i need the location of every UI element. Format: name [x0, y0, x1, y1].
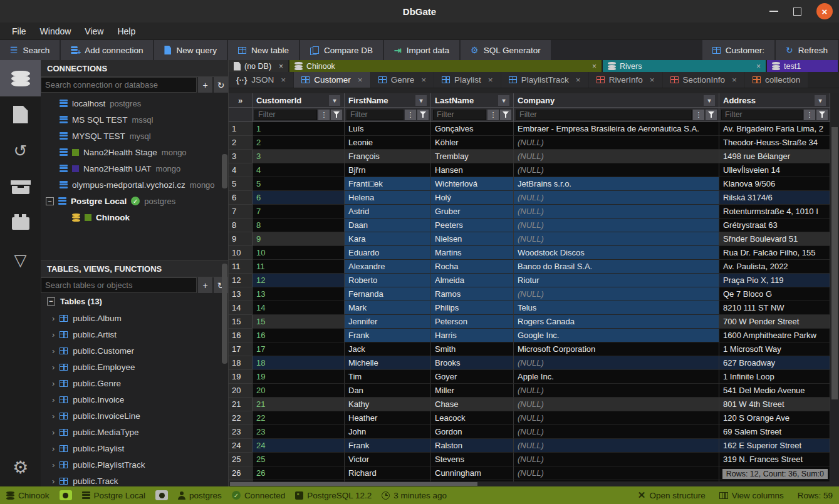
tab-SectionInfo[interactable]: SectionInfo× — [663, 72, 744, 88]
cell-id[interactable]: 11 — [253, 260, 345, 274]
cell-lastName[interactable]: Brooks — [431, 356, 514, 370]
status-conn-color-badge[interactable] — [155, 490, 168, 500]
cell-id[interactable]: 12 — [253, 274, 345, 287]
cell-company[interactable]: (NULL) — [514, 425, 719, 439]
cell-address[interactable]: 541 Del Medio Avenue — [719, 384, 830, 398]
cell-id[interactable]: 20 — [253, 384, 345, 398]
sql-generator-button[interactable]: ⚙ SQL Generator — [461, 40, 551, 60]
chevron-right-icon[interactable]: › — [52, 330, 55, 339]
cell-id[interactable]: 5 — [253, 177, 345, 191]
cell-lastName[interactable]: Cunningham — [431, 466, 514, 480]
row-number[interactable]: 22 — [229, 411, 253, 425]
tab-Genre[interactable]: Genre× — [371, 72, 434, 88]
cell-lastName[interactable]: Ramos — [431, 287, 514, 301]
cell-lastName[interactable]: Martins — [431, 246, 514, 260]
column-header-firstName[interactable]: FirstName▾ — [345, 93, 431, 108]
maximize-icon[interactable] — [793, 8, 801, 16]
row-number[interactable]: 10 — [229, 246, 253, 260]
filter-input[interactable] — [433, 110, 486, 120]
menu-help[interactable]: Help — [110, 26, 142, 36]
cell-id[interactable]: 16 — [253, 329, 345, 342]
menu-window[interactable]: Window — [33, 26, 78, 36]
filter-input[interactable] — [721, 110, 803, 120]
cell-lastName[interactable]: Köhler — [431, 136, 514, 150]
cell-firstName[interactable]: Bjřrn — [345, 163, 431, 177]
cell-firstName[interactable]: Mark — [345, 301, 431, 315]
current-table-button[interactable]: Customer: — [702, 40, 774, 60]
row-number[interactable]: 16 — [229, 329, 253, 342]
chevron-right-icon[interactable]: › — [52, 444, 55, 453]
cell-address[interactable]: 120 S Orange Ave — [719, 411, 830, 425]
cell-company[interactable]: (NULL) — [514, 191, 719, 205]
cell-id[interactable]: 2 — [253, 136, 345, 150]
tab-Playlist[interactable]: Playlist× — [434, 72, 501, 88]
sidebar-item-files[interactable] — [0, 96, 41, 133]
cell-id[interactable]: 9 — [253, 232, 345, 246]
cell-id[interactable]: 22 — [253, 411, 345, 425]
chevron-down-icon[interactable]: ▾ — [498, 95, 509, 106]
cell-company[interactable]: Apple Inc. — [514, 370, 719, 384]
cell-firstName[interactable]: Roberto — [345, 274, 431, 287]
row-number[interactable]: 18 — [229, 356, 253, 370]
cell-company[interactable]: (NULL) — [514, 411, 719, 425]
cell-company[interactable]: (NULL) — [514, 466, 719, 480]
cell-lastName[interactable]: Almeida — [431, 274, 514, 287]
tab-group-Rivers[interactable]: Rivers× — [603, 60, 766, 72]
collapse-icon[interactable]: − — [47, 297, 55, 306]
row-number[interactable]: 21 — [229, 398, 253, 411]
tab-RiverInfo[interactable]: RiverInfo× — [589, 72, 662, 88]
connection-item[interactable]: olympus-medportal.vychozi.czmongo — [41, 177, 228, 193]
cell-firstName[interactable]: Victor — [345, 453, 431, 466]
cell-address[interactable]: 8210 111 ST NW — [719, 301, 830, 315]
cell-lastName[interactable]: Stevens — [431, 453, 514, 466]
cell-id[interactable]: 7 — [253, 205, 345, 219]
cell-lastName[interactable]: Philips — [431, 301, 514, 315]
chevron-down-icon[interactable]: ▾ — [815, 95, 826, 106]
cell-address[interactable]: 69 Salem Street — [719, 425, 830, 439]
tab-PlaylistTrack[interactable]: PlaylistTrack× — [501, 72, 588, 88]
row-number[interactable]: 15 — [229, 315, 253, 329]
cell-id[interactable]: 23 — [253, 425, 345, 439]
cell-address[interactable]: 319 N. Frances Street — [719, 453, 830, 466]
cell-address[interactable]: Av. Brigadeiro Faria Lima, 2 — [719, 122, 830, 136]
open-structure-button[interactable]: ✕ Open structure — [638, 490, 706, 501]
filter-input[interactable] — [254, 110, 317, 120]
cell-id[interactable]: 21 — [253, 398, 345, 411]
cell-company[interactable]: Embraer - Empresa Brasileira de Aeronáut… — [514, 122, 719, 136]
new-table-button[interactable]: New table — [228, 40, 299, 60]
cell-address[interactable]: Rilská 3174/6 — [719, 191, 830, 205]
connection-item[interactable]: MS SQL TESTmssql — [41, 111, 228, 128]
cell-lastName[interactable]: Holý — [431, 191, 514, 205]
close-icon[interactable]: × — [281, 75, 286, 85]
cell-id[interactable]: 25 — [253, 453, 345, 466]
cell-firstName[interactable]: Daan — [345, 219, 431, 232]
tab-collection[interactable]: collection — [745, 72, 808, 88]
cell-lastName[interactable]: Tremblay — [431, 150, 514, 163]
table-item[interactable]: ›public.Track — [41, 473, 228, 486]
close-icon[interactable]: × — [650, 75, 655, 85]
cell-lastName[interactable]: Peeters — [431, 219, 514, 232]
table-item[interactable]: ›public.Invoice — [41, 391, 228, 408]
cell-lastName[interactable]: Wichterlová — [431, 177, 514, 191]
chevron-right-icon[interactable]: › — [52, 411, 55, 421]
row-number[interactable]: 11 — [229, 260, 253, 274]
chevron-right-icon[interactable]: › — [52, 314, 55, 323]
cell-company[interactable]: (NULL) — [514, 136, 719, 150]
cell-address[interactable]: 1498 rue Bélanger — [719, 150, 830, 163]
sidebar-item-cell-data[interactable]: ▽ — [0, 242, 41, 278]
filter-input[interactable] — [516, 110, 692, 120]
row-number[interactable]: 3 — [229, 150, 253, 163]
cell-lastName[interactable]: Goyer — [431, 370, 514, 384]
chevron-right-icon[interactable]: › — [52, 363, 55, 372]
tables-group[interactable]: − Tables (13) — [41, 293, 228, 310]
cell-address[interactable]: 1600 Amphitheatre Parkw — [719, 329, 830, 342]
tab-group-Chinook[interactable]: Chinook× — [289, 60, 602, 72]
cell-firstName[interactable]: Dan — [345, 384, 431, 398]
row-number[interactable]: 14 — [229, 301, 253, 315]
chevron-right-icon[interactable]: › — [52, 346, 55, 356]
table-item[interactable]: ›public.Genre — [41, 375, 228, 391]
column-header-id[interactable]: CustomerId▾ — [253, 93, 345, 108]
cell-id[interactable]: 26 — [253, 466, 345, 480]
table-item[interactable]: ›public.PlaylistTrack — [41, 456, 228, 473]
sidebar-item-plugins[interactable] — [0, 205, 41, 242]
